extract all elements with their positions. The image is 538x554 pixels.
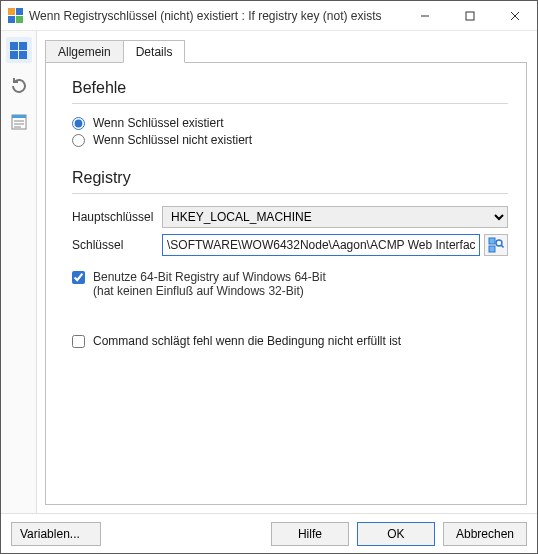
app-icon [7, 8, 23, 24]
details-pane: Befehle Wenn Schlüssel existiert Wenn Sc… [45, 63, 527, 505]
help-button[interactable]: Hilfe [271, 522, 349, 546]
fail-condition-label: Command schlägt fehl wenn die Bedingung … [93, 334, 401, 348]
main-key-select[interactable]: HKEY_LOCAL_MACHINE [162, 206, 508, 228]
dialog-window: Wenn Registryschlüssel (nicht) existiert… [0, 0, 538, 554]
radio-key-not-exists-label: Wenn Schlüssel nicht existiert [93, 133, 252, 147]
main-key-label: Hauptschlüssel [72, 210, 162, 224]
radio-key-exists-input[interactable] [72, 117, 85, 130]
search-registry-icon [488, 237, 504, 253]
divider [72, 103, 508, 104]
key-input[interactable] [162, 234, 480, 256]
ok-button[interactable]: OK [357, 522, 435, 546]
window-title: Wenn Registryschlüssel (nicht) existiert… [29, 9, 402, 23]
svg-line-12 [501, 245, 504, 248]
titlebar: Wenn Registryschlüssel (nicht) existiert… [1, 1, 537, 31]
content-area: Allgemein Details Befehle Wenn Schlüssel… [37, 31, 537, 513]
tab-general[interactable]: Allgemein [45, 40, 124, 63]
radio-key-exists[interactable]: Wenn Schlüssel existiert [72, 116, 508, 130]
window-controls [402, 1, 537, 30]
cancel-button[interactable]: Abbrechen [443, 522, 527, 546]
fail-condition-checkbox[interactable]: Command schlägt fehl wenn die Bedingung … [72, 334, 508, 348]
minimize-button[interactable] [402, 1, 447, 30]
svg-rect-10 [489, 246, 495, 252]
use-64bit-input[interactable] [72, 271, 85, 284]
svg-rect-9 [489, 238, 495, 244]
tab-details[interactable]: Details [123, 40, 186, 63]
radio-key-not-exists-input[interactable] [72, 134, 85, 147]
rail-grid-icon[interactable] [6, 37, 32, 63]
divider [72, 193, 508, 194]
rail-note-icon[interactable] [6, 109, 32, 135]
left-rail [1, 31, 37, 513]
fail-condition-input[interactable] [72, 335, 85, 348]
browse-registry-button[interactable] [484, 234, 508, 256]
rail-refresh-icon[interactable] [6, 73, 32, 99]
svg-rect-5 [12, 115, 26, 118]
close-button[interactable] [492, 1, 537, 30]
use-64bit-label: Benutze 64-Bit Registry auf Windows 64-B… [93, 270, 326, 298]
radio-key-exists-label: Wenn Schlüssel existiert [93, 116, 224, 130]
radio-key-not-exists[interactable]: Wenn Schlüssel nicht existiert [72, 133, 508, 147]
footer: Variablen... Hilfe OK Abbrechen [1, 513, 537, 553]
tabstrip: Allgemein Details [45, 39, 527, 63]
section-commands-title: Befehle [72, 79, 508, 97]
svg-rect-1 [466, 12, 474, 20]
maximize-button[interactable] [447, 1, 492, 30]
use-64bit-checkbox[interactable]: Benutze 64-Bit Registry auf Windows 64-B… [72, 270, 508, 298]
section-registry-title: Registry [72, 169, 508, 187]
variables-button[interactable]: Variablen... [11, 522, 101, 546]
key-label: Schlüssel [72, 238, 162, 252]
